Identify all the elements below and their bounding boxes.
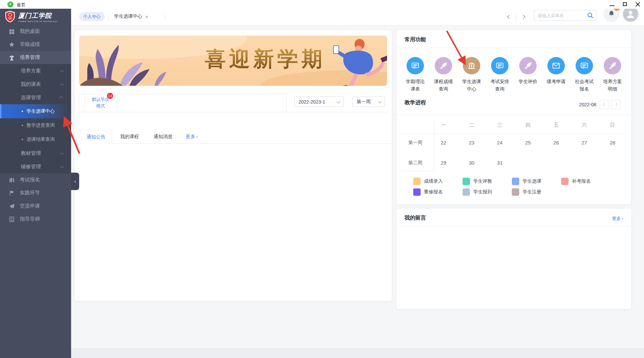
- legend-item: 成绩录入: [413, 178, 463, 185]
- legend-swatch: [463, 178, 470, 185]
- notices-more-link[interactable]: 更多›: [186, 130, 198, 143]
- quill-icon: [439, 61, 448, 70]
- window-titlebar: e 首页: [0, 0, 644, 9]
- tab-personal-center[interactable]: 个人中心: [79, 12, 105, 21]
- sidebar-item-my-timetable[interactable]: 我的课表: [0, 77, 71, 91]
- divider: [401, 133, 627, 134]
- calendar-weekday-row: 一 二 三 四 五 六 日: [401, 122, 627, 128]
- divider: [286, 94, 286, 112]
- sidebar-item-academic-records[interactable]: 学籍成绩: [0, 38, 71, 51]
- chevron-left-icon: [507, 15, 511, 18]
- nav-back-button[interactable]: [505, 13, 513, 21]
- quick-item-exam-schedule[interactable]: 考试安排 查询: [486, 57, 514, 93]
- nav-forward-button[interactable]: [520, 13, 527, 21]
- term-select[interactable]: 2022-2023-1: [294, 97, 344, 107]
- panel-title: 常用功能: [405, 36, 426, 43]
- chevron-left-icon: [603, 103, 606, 106]
- week-select[interactable]: 第一周: [352, 97, 385, 107]
- tab-notification-messages[interactable]: 通知消息: [154, 130, 172, 143]
- panel-title: 教学进程: [405, 99, 426, 106]
- quick-item-training-plan-detail[interactable]: 培养方案 明细: [598, 57, 627, 93]
- sidebar-item-textbook-management[interactable]: 教材管理: [0, 146, 71, 160]
- legend-swatch: [463, 188, 470, 196]
- calendar-date: 26: [542, 140, 570, 146]
- tab-student-course-center[interactable]: 学生选课中心 ×: [114, 13, 148, 19]
- chevron-right-icon: [614, 103, 618, 106]
- sidebar-item-my-desktop[interactable]: 我的桌面: [0, 25, 71, 38]
- banner-title: 喜迎新学期: [156, 45, 374, 73]
- sidebar-item-exam-registration[interactable]: 考试报名: [0, 173, 71, 186]
- school-logo: 厦门工学院 XIAMEN INSTITUTE OF TECHNOLOGY: [0, 9, 71, 25]
- collapse-chevron-icon: ‹: [74, 178, 76, 185]
- flag-icon: [9, 190, 15, 196]
- calendar-legend: 重修报名 学生报到 学生注册: [413, 188, 561, 196]
- sidebar-item-course-selection-management[interactable]: 选课管理: [0, 91, 71, 104]
- legend-item: 学生报到: [463, 188, 512, 196]
- divider: [396, 115, 631, 115]
- messages-more-link[interactable]: 更多›: [612, 216, 623, 222]
- legend-item: 学生评教: [463, 178, 512, 185]
- calendar-week-row: 第二周 29 30 31: [401, 160, 627, 166]
- sidebar-item-practice[interactable]: 实践环节: [0, 186, 71, 199]
- bank-icon: [467, 61, 476, 70]
- tab-notices[interactable]: 通知公告: [80, 130, 112, 144]
- quick-item-student-course-center[interactable]: 学生选课 中心: [458, 57, 486, 93]
- mail-icon: [552, 61, 560, 70]
- sidebar-item-minor-management[interactable]: 辅修管理: [0, 160, 71, 173]
- bell-icon: [608, 10, 615, 17]
- sidebar-submenu-training: 培养方案 我的课表 选课管理 学生选课中心 教学进度查询 选课结果查询 教材管理: [0, 64, 71, 173]
- plane-icon: [9, 203, 15, 209]
- desktop-grid-icon: [9, 28, 15, 35]
- my-messages-panel: 我的留言 更多›: [396, 208, 631, 309]
- comment-icon: [495, 61, 504, 70]
- minimize-button[interactable]: [607, 0, 617, 9]
- sidebar-item-student-course-center[interactable]: 学生选课中心: [0, 104, 71, 118]
- legend-swatch: [512, 178, 519, 185]
- divider: [79, 94, 79, 112]
- mode-count-badge: 14: [107, 93, 113, 99]
- quick-item-student-evaluation[interactable]: 学生评价: [514, 57, 542, 93]
- main-panel: 喜迎新学期 默认节次 模式 14 2022-2023-1 第一周 通知公告 我的…: [74, 30, 392, 301]
- quick-functions-row: 学期理论 课表 课程成绩 查询 学生选课 中心: [401, 57, 627, 93]
- calendar-date: 28: [598, 140, 627, 146]
- star-icon: [9, 42, 15, 48]
- chevron-down-icon: [60, 164, 64, 168]
- legend-swatch: [413, 188, 421, 196]
- quick-item-semester-timetable[interactable]: 学期理论 课表: [401, 57, 429, 93]
- quill-icon: [608, 61, 617, 70]
- divider: [516, 14, 516, 20]
- sidebar-item-selection-result-query[interactable]: 选课结果查询: [0, 132, 71, 146]
- divider: [108, 14, 108, 20]
- sidebar-item-teaching-progress-query[interactable]: 教学进度查询: [0, 118, 71, 132]
- calendar-date: 31: [486, 160, 514, 166]
- school-name: 厦门工学院: [18, 11, 58, 20]
- quick-item-social-exam[interactable]: 社会考试 报名: [570, 57, 598, 93]
- books-icon: [9, 177, 15, 183]
- search-icon[interactable]: [587, 12, 594, 19]
- tab-close-icon[interactable]: ×: [145, 14, 148, 19]
- legend-swatch: [413, 178, 421, 185]
- chevron-right-icon: [521, 15, 525, 18]
- quick-item-course-grades[interactable]: 课程成绩 查询: [429, 57, 458, 93]
- maximize-button[interactable]: [620, 0, 630, 9]
- user-icon: [625, 9, 636, 19]
- calendar-next-button[interactable]: [611, 100, 621, 109]
- calendar-prev-button[interactable]: [600, 100, 609, 109]
- sidebar-item-training-plan[interactable]: 培养方案: [0, 64, 71, 77]
- chevron-down-icon: [60, 68, 64, 72]
- close-button[interactable]: [633, 0, 643, 9]
- sidebar-item-advisor[interactable]: 指导导师: [0, 213, 71, 226]
- calendar-week-row: 第一周 22 23 24 25 26 27 28: [401, 140, 627, 146]
- chevron-down-icon: [60, 151, 64, 155]
- calendar-date: 27: [570, 140, 598, 146]
- sidebar-collapse-handle[interactable]: ‹: [71, 173, 79, 190]
- divider: [401, 171, 434, 171]
- sidebar-item-exchange-application[interactable]: 交流申请: [0, 199, 71, 213]
- chevron-right-icon: ›: [622, 216, 623, 221]
- calendar-legend: 成绩录入 学生评教 学生选课 补考报名: [413, 178, 610, 185]
- quick-item-deferred-exam[interactable]: 缓考申请: [542, 57, 570, 93]
- sidebar-item-training-management[interactable]: 培养管理: [0, 51, 71, 64]
- quick-functions-panel: 常用功能 学期理论 课表 课程成绩 查询 学生选课: [396, 30, 631, 204]
- window-title: 首页: [17, 2, 25, 8]
- tab-my-courses[interactable]: 我的课程: [120, 130, 139, 143]
